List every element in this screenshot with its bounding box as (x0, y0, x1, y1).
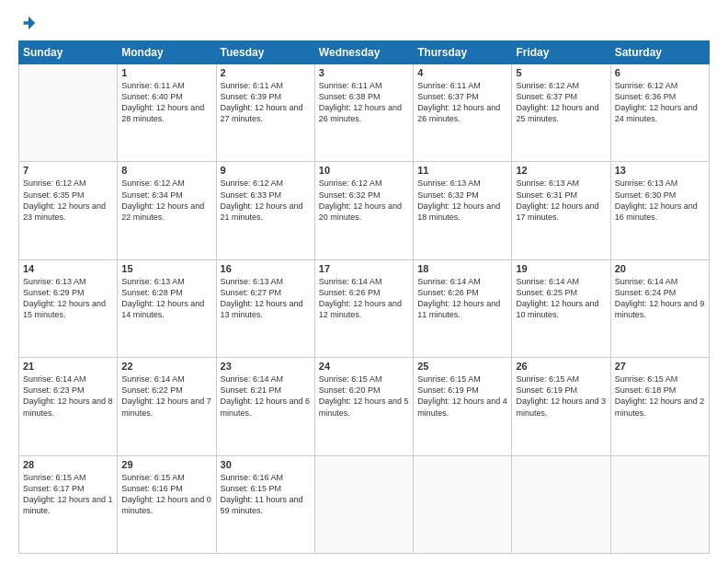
day-info: Sunrise: 6:15 AM Sunset: 6:18 PM Dayligh… (615, 373, 705, 419)
day-number: 11 (417, 165, 507, 176)
calendar-cell: 23Sunrise: 6:14 AM Sunset: 6:21 PM Dayli… (216, 358, 314, 455)
calendar-cell: 5Sunrise: 6:12 AM Sunset: 6:37 PM Daylig… (512, 64, 610, 162)
calendar-cell: 6Sunrise: 6:12 AM Sunset: 6:36 PM Daylig… (610, 64, 709, 162)
day-info: Sunrise: 6:12 AM Sunset: 6:33 PM Dayligh… (221, 178, 311, 223)
calendar-cell: 7Sunrise: 6:12 AM Sunset: 6:35 PM Daylig… (19, 162, 118, 259)
day-number: 12 (516, 165, 606, 176)
day-info: Sunrise: 6:13 AM Sunset: 6:32 PM Dayligh… (417, 178, 507, 223)
calendar-cell: 30Sunrise: 6:16 AM Sunset: 6:15 PM Dayli… (216, 455, 314, 553)
day-number: 27 (615, 361, 705, 372)
calendar-header-friday: Friday (512, 41, 610, 64)
day-number: 13 (615, 165, 705, 176)
day-info: Sunrise: 6:15 AM Sunset: 6:17 PM Dayligh… (23, 472, 113, 517)
day-info: Sunrise: 6:13 AM Sunset: 6:28 PM Dayligh… (121, 276, 211, 321)
day-info: Sunrise: 6:15 AM Sunset: 6:20 PM Dayligh… (319, 373, 409, 419)
calendar-cell: 4Sunrise: 6:11 AM Sunset: 6:37 PM Daylig… (414, 64, 512, 162)
calendar-header-thursday: Thursday (414, 41, 512, 64)
day-info: Sunrise: 6:13 AM Sunset: 6:30 PM Dayligh… (615, 178, 705, 223)
day-info: Sunrise: 6:14 AM Sunset: 6:23 PM Dayligh… (23, 373, 113, 419)
calendar-cell (512, 455, 610, 553)
day-info: Sunrise: 6:14 AM Sunset: 6:26 PM Dayligh… (319, 276, 409, 321)
day-number: 8 (121, 165, 211, 176)
calendar-cell: 20Sunrise: 6:14 AM Sunset: 6:24 PM Dayli… (610, 259, 709, 357)
calendar-cell: 1Sunrise: 6:11 AM Sunset: 6:40 PM Daylig… (118, 64, 216, 162)
calendar-cell: 10Sunrise: 6:12 AM Sunset: 6:32 PM Dayli… (314, 162, 413, 259)
day-number: 21 (23, 361, 113, 372)
day-number: 24 (319, 361, 409, 372)
calendar-cell: 17Sunrise: 6:14 AM Sunset: 6:26 PM Dayli… (314, 259, 413, 357)
logo-icon (20, 15, 37, 31)
svg-marker-0 (24, 17, 36, 29)
day-info: Sunrise: 6:15 AM Sunset: 6:19 PM Dayligh… (516, 373, 606, 419)
calendar-header-row: SundayMondayTuesdayWednesdayThursdayFrid… (19, 41, 710, 64)
calendar-week-2: 14Sunrise: 6:13 AM Sunset: 6:29 PM Dayli… (19, 259, 710, 357)
calendar-header-tuesday: Tuesday (216, 41, 314, 64)
day-info: Sunrise: 6:14 AM Sunset: 6:26 PM Dayligh… (417, 276, 507, 321)
day-number: 14 (23, 263, 113, 274)
header (18, 15, 710, 31)
day-info: Sunrise: 6:14 AM Sunset: 6:25 PM Dayligh… (516, 276, 606, 321)
calendar-cell: 29Sunrise: 6:15 AM Sunset: 6:16 PM Dayli… (118, 455, 216, 553)
calendar-cell: 11Sunrise: 6:13 AM Sunset: 6:32 PM Dayli… (414, 162, 512, 259)
day-info: Sunrise: 6:16 AM Sunset: 6:15 PM Dayligh… (221, 472, 311, 517)
calendar-week-3: 21Sunrise: 6:14 AM Sunset: 6:23 PM Dayli… (19, 358, 710, 455)
day-number: 16 (221, 263, 311, 274)
day-number: 5 (516, 67, 606, 78)
day-number: 29 (121, 459, 211, 470)
day-number: 25 (417, 361, 507, 372)
day-number: 19 (516, 263, 606, 274)
day-number: 7 (23, 165, 113, 176)
calendar-cell: 15Sunrise: 6:13 AM Sunset: 6:28 PM Dayli… (118, 259, 216, 357)
day-info: Sunrise: 6:13 AM Sunset: 6:27 PM Dayligh… (221, 276, 311, 321)
day-info: Sunrise: 6:11 AM Sunset: 6:40 PM Dayligh… (121, 80, 211, 125)
calendar-cell: 14Sunrise: 6:13 AM Sunset: 6:29 PM Dayli… (19, 259, 118, 357)
day-info: Sunrise: 6:11 AM Sunset: 6:37 PM Dayligh… (417, 80, 507, 125)
calendar-cell: 8Sunrise: 6:12 AM Sunset: 6:34 PM Daylig… (118, 162, 216, 259)
calendar-cell: 21Sunrise: 6:14 AM Sunset: 6:23 PM Dayli… (19, 358, 118, 455)
day-number: 4 (417, 67, 507, 78)
calendar-week-0: 1Sunrise: 6:11 AM Sunset: 6:40 PM Daylig… (19, 64, 710, 162)
day-number: 1 (121, 67, 211, 78)
calendar-header-monday: Monday (118, 41, 216, 64)
calendar-cell: 16Sunrise: 6:13 AM Sunset: 6:27 PM Dayli… (216, 259, 314, 357)
day-info: Sunrise: 6:13 AM Sunset: 6:29 PM Dayligh… (23, 276, 113, 321)
calendar-cell (19, 64, 118, 162)
calendar-cell: 25Sunrise: 6:15 AM Sunset: 6:19 PM Dayli… (414, 358, 512, 455)
calendar-header-sunday: Sunday (19, 41, 118, 64)
day-number: 6 (615, 67, 705, 78)
day-info: Sunrise: 6:15 AM Sunset: 6:16 PM Dayligh… (121, 472, 211, 517)
calendar: SundayMondayTuesdayWednesdayThursdayFrid… (18, 40, 710, 554)
day-info: Sunrise: 6:12 AM Sunset: 6:36 PM Dayligh… (615, 80, 705, 125)
day-number: 18 (417, 263, 507, 274)
day-number: 2 (221, 67, 311, 78)
day-number: 15 (121, 263, 211, 274)
logo (18, 15, 37, 31)
calendar-cell: 28Sunrise: 6:15 AM Sunset: 6:17 PM Dayli… (19, 455, 118, 553)
calendar-cell: 18Sunrise: 6:14 AM Sunset: 6:26 PM Dayli… (414, 259, 512, 357)
calendar-cell: 13Sunrise: 6:13 AM Sunset: 6:30 PM Dayli… (610, 162, 709, 259)
day-info: Sunrise: 6:12 AM Sunset: 6:35 PM Dayligh… (23, 178, 113, 223)
calendar-cell: 19Sunrise: 6:14 AM Sunset: 6:25 PM Dayli… (512, 259, 610, 357)
calendar-header-saturday: Saturday (610, 41, 709, 64)
calendar-cell: 24Sunrise: 6:15 AM Sunset: 6:20 PM Dayli… (314, 358, 413, 455)
day-info: Sunrise: 6:13 AM Sunset: 6:31 PM Dayligh… (516, 178, 606, 223)
calendar-cell (314, 455, 413, 553)
day-number: 28 (23, 459, 113, 470)
day-info: Sunrise: 6:11 AM Sunset: 6:38 PM Dayligh… (319, 80, 409, 125)
day-number: 23 (221, 361, 311, 372)
day-number: 20 (615, 263, 705, 274)
day-number: 26 (516, 361, 606, 372)
calendar-week-1: 7Sunrise: 6:12 AM Sunset: 6:35 PM Daylig… (19, 162, 710, 259)
day-info: Sunrise: 6:12 AM Sunset: 6:32 PM Dayligh… (319, 178, 409, 223)
day-info: Sunrise: 6:14 AM Sunset: 6:21 PM Dayligh… (221, 373, 311, 419)
day-info: Sunrise: 6:14 AM Sunset: 6:24 PM Dayligh… (615, 276, 705, 321)
calendar-header-wednesday: Wednesday (314, 41, 413, 64)
calendar-cell: 9Sunrise: 6:12 AM Sunset: 6:33 PM Daylig… (216, 162, 314, 259)
calendar-cell: 27Sunrise: 6:15 AM Sunset: 6:18 PM Dayli… (610, 358, 709, 455)
day-number: 17 (319, 263, 409, 274)
day-info: Sunrise: 6:12 AM Sunset: 6:34 PM Dayligh… (121, 178, 211, 223)
calendar-cell: 22Sunrise: 6:14 AM Sunset: 6:22 PM Dayli… (118, 358, 216, 455)
day-info: Sunrise: 6:15 AM Sunset: 6:19 PM Dayligh… (417, 373, 507, 419)
day-number: 10 (319, 165, 409, 176)
day-number: 30 (221, 459, 311, 470)
